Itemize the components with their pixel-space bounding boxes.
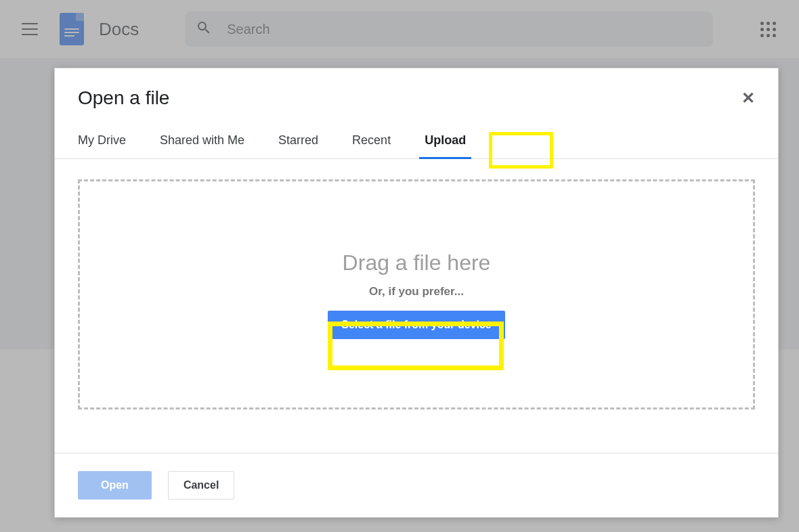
open-file-dialog: Open a file ✕ My Drive Shared with Me St… <box>54 68 779 518</box>
tab-my-drive[interactable]: My Drive <box>78 125 126 158</box>
tab-recent[interactable]: Recent <box>352 125 391 158</box>
file-dropzone[interactable]: Drag a file here Or, if you prefer... Se… <box>78 179 755 409</box>
dropzone-title: Drag a file here <box>343 250 491 275</box>
upload-area: Drag a file here Or, if you prefer... Se… <box>55 159 778 453</box>
open-button[interactable]: Open <box>78 471 152 500</box>
tab-upload[interactable]: Upload <box>425 125 466 158</box>
tab-starred[interactable]: Starred <box>278 125 318 158</box>
dialog-footer: Open Cancel <box>55 453 778 517</box>
close-icon[interactable]: ✕ <box>741 90 755 106</box>
dialog-header: Open a file ✕ <box>55 68 778 125</box>
tab-shared-with-me[interactable]: Shared with Me <box>160 125 244 158</box>
select-file-button[interactable]: Select a file from your device <box>328 311 504 339</box>
cancel-button[interactable]: Cancel <box>168 471 234 500</box>
dropzone-subtitle: Or, if you prefer... <box>369 285 464 298</box>
dialog-tabs: My Drive Shared with Me Starred Recent U… <box>55 125 778 159</box>
dialog-title: Open a file <box>78 87 169 109</box>
